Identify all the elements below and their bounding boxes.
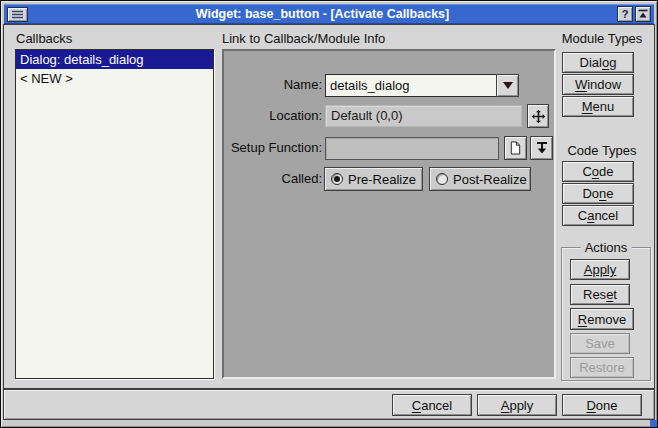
callbacks-list: Dialog: details_dialog < NEW > — [15, 49, 214, 379]
list-item-details-dialog[interactable]: Dialog: details_dialog — [16, 50, 213, 69]
name-combo-button[interactable] — [496, 74, 519, 97]
info-panel-label: Link to Callback/Module Info — [222, 31, 385, 46]
module-type-menu-button[interactable]: Menu — [562, 96, 634, 117]
shade-button[interactable] — [635, 6, 651, 22]
radio-selected-icon — [331, 173, 343, 185]
question-mark-icon: ? — [622, 8, 629, 20]
code-type-cancel-button[interactable]: Cancel — [562, 205, 634, 226]
code-type-code-button[interactable]: Code — [562, 161, 634, 182]
module-types-label: Module Types — [552, 31, 652, 46]
setup-insert-button[interactable] — [530, 136, 553, 160]
down-arrow-from-bar-icon — [535, 141, 549, 155]
actions-apply-button[interactable]: Apply — [570, 259, 630, 280]
setup-function-input[interactable] — [325, 137, 499, 160]
done-button[interactable]: Done — [562, 394, 642, 416]
apply-button[interactable]: Apply — [477, 394, 557, 416]
called-label: Called: — [224, 171, 322, 186]
code-type-done-button[interactable]: Done — [562, 183, 634, 204]
setup-function-label: Setup Function: — [224, 140, 322, 155]
actions-reset-button[interactable]: Reset — [570, 284, 630, 305]
radio-post-realize-label: Post-Realize — [453, 172, 527, 187]
actions-remove-button[interactable]: Remove — [570, 308, 634, 330]
dialog-body: Callbacks Dialog: details_dialog < NEW >… — [4, 25, 654, 388]
dialog-window: Widget: base_button - [Activate Callback… — [0, 0, 658, 428]
callbacks-label: Callbacks — [16, 31, 72, 46]
actions-group: Actions Apply Reset Remove Save Restore — [561, 247, 651, 381]
location-value-field[interactable]: Default (0,0) — [325, 105, 522, 127]
location-move-button[interactable] — [527, 104, 549, 128]
name-input[interactable] — [325, 74, 497, 97]
shade-icon — [637, 8, 649, 20]
bottom-button-bar: Cancel Apply Done — [4, 390, 654, 419]
move-icon — [531, 109, 546, 124]
module-type-window-button[interactable]: Window — [562, 74, 634, 95]
actions-group-label: Actions — [581, 240, 632, 255]
menu-icon — [10, 9, 25, 20]
name-label: Name: — [224, 77, 322, 92]
code-types-label: Code Types — [552, 143, 652, 158]
info-panel: Name: Location: Default (0,0) Setup Func… — [222, 49, 556, 379]
resize-corner-handle[interactable] — [650, 420, 657, 427]
actions-save-button: Save — [570, 333, 630, 354]
radio-unselected-icon — [436, 173, 448, 185]
help-button[interactable]: ? — [617, 6, 633, 22]
cancel-button[interactable]: Cancel — [392, 394, 472, 416]
radio-pre-realize-label: Pre-Realize — [348, 172, 416, 187]
location-label: Location: — [224, 108, 322, 123]
radio-pre-realize[interactable]: Pre-Realize — [324, 167, 423, 191]
actions-restore-button: Restore — [570, 357, 634, 378]
setup-new-file-button[interactable] — [504, 136, 527, 160]
radio-post-realize[interactable]: Post-Realize — [429, 167, 531, 191]
list-item-new[interactable]: < NEW > — [16, 69, 213, 88]
chevron-down-icon — [503, 82, 513, 89]
module-type-dialog-button[interactable]: Dialog — [562, 52, 634, 73]
document-icon — [509, 140, 522, 156]
titlebar[interactable]: Widget: base_button - [Activate Callback… — [4, 4, 654, 24]
window-title: Widget: base_button - [Activate Callback… — [30, 7, 615, 21]
window-menu-button[interactable] — [7, 7, 28, 22]
